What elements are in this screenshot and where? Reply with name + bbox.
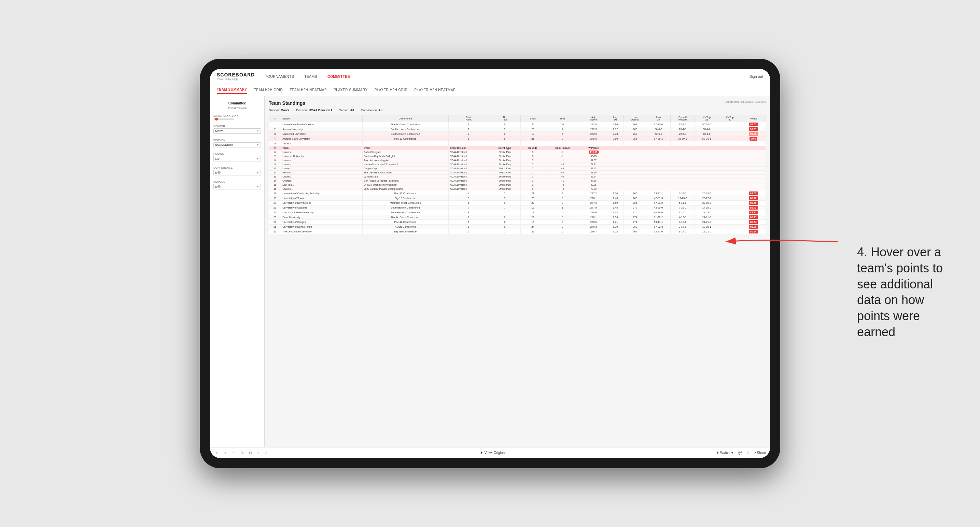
grid-button[interactable]: ⊟ xyxy=(248,450,253,455)
expanded-table-row[interactable]: 16 Univers... 2023 Sahalee Players Champ… xyxy=(269,187,766,191)
points-badge[interactable]: 83.89 xyxy=(749,225,758,229)
expanded-table-row[interactable]: 15 East Ten... OFCC Fighting Illini Invi… xyxy=(269,183,766,187)
table-row[interactable]: 5 Texas T... xyxy=(269,141,766,146)
division-filter-label: Division: NCAA Division I xyxy=(296,108,332,112)
expanded-table-row[interactable]: 9 Univers... National Invitational Tourn… xyxy=(269,162,766,167)
expanded-table-row[interactable]: 11 Univers... Copper Cup NCAA Division I… xyxy=(269,167,766,171)
chevron-down-icon: ▼ xyxy=(256,143,259,146)
school-label: School xyxy=(213,180,261,183)
points-badge[interactable]: 88.49 xyxy=(749,201,758,205)
col-school: School xyxy=(281,115,362,122)
points-badge[interactable]: 90.20 xyxy=(749,132,758,136)
undo-button[interactable]: ↩ xyxy=(214,450,220,455)
points-badge[interactable]: 88.70 xyxy=(749,196,758,200)
points-badge[interactable]: 79.5 xyxy=(749,137,757,141)
col-vs-top-50: Vs Top50 xyxy=(719,115,741,122)
conference-label: Conference xyxy=(213,166,261,169)
expanded-table-row[interactable]: 6 Univers... Cabo Collegiate NCAA Divisi… xyxy=(269,150,766,154)
more-button[interactable]: ⋯ xyxy=(231,450,237,455)
points-badge[interactable]: 88.43 xyxy=(749,206,758,210)
sub-nav: TEAM SUMMARY TEAM H2H GRID TEAM H2H HEAT… xyxy=(210,84,770,96)
table-row[interactable]: 19 University of Texas Big 12 Conference… xyxy=(269,196,766,201)
table-row[interactable]: 24 University of Oregon Pac-12 Conferenc… xyxy=(269,220,766,225)
table-row[interactable]: 20 University of New Mexico Mountain Wes… xyxy=(269,201,766,205)
tab-team-h2h-heatmap[interactable]: TEAM H2H HEATMAP xyxy=(290,86,327,94)
points-badge[interactable]: 119.69 xyxy=(589,151,598,154)
toolbar-right: 👁 Watch ▼ 💬 ⊞ ↗ Share xyxy=(716,451,766,455)
chevron-down-icon: ▼ xyxy=(256,130,259,133)
region-label: Region xyxy=(213,152,261,155)
table-row[interactable]: 4 Arizona State University Pac-12 Confer… xyxy=(269,137,766,141)
add-button[interactable]: + xyxy=(256,450,261,455)
school-dropdown[interactable]: (All) ▼ xyxy=(213,184,261,189)
main-content: Committee Portal Review Minimum Rounds G… xyxy=(210,96,770,447)
col-conf-rank: ConfRank xyxy=(448,115,489,122)
logo-text: SCOREBOARD xyxy=(217,72,255,78)
expand-button[interactable]: ⊞ xyxy=(746,451,749,455)
points-badge[interactable]: 83.07 xyxy=(749,192,758,195)
chevron-down-icon: ▼ xyxy=(256,185,259,189)
update-time: Update time: 13/03/2024 10:03:42 xyxy=(725,100,766,103)
table-row[interactable]: 23 Duke University Atlantic Coast Confer… xyxy=(269,215,766,220)
annotation-text: 4. Hover over a team's points to see add… xyxy=(857,244,953,340)
table-row[interactable]: 25 University of North Florida ASUN Conf… xyxy=(269,225,766,229)
expanded-table-row[interactable]: 12 Florida I... The Cypress Point Classi… xyxy=(269,171,766,175)
table-row[interactable]: 26 The Ohio State University Big Ten Con… xyxy=(269,229,766,234)
timer-button[interactable]: ⏱ xyxy=(263,450,269,455)
table-row[interactable]: 21 University of Alabama Southeastern Co… xyxy=(269,205,766,210)
tab-team-h2h-grid[interactable]: TEAM H2H GRID xyxy=(254,86,283,94)
tab-player-summary[interactable]: PLAYER SUMMARY xyxy=(334,86,368,94)
sign-out-button[interactable]: Sign out xyxy=(744,75,763,78)
school-section: School (All) ▼ xyxy=(213,180,261,189)
gender-dropdown[interactable]: Men's ▼ xyxy=(213,129,261,134)
division-dropdown[interactable]: NCAA Division I ▼ xyxy=(213,142,261,148)
points-badge[interactable]: 83.81 xyxy=(749,211,758,214)
logo-sub: Powered by clippi xyxy=(217,78,255,81)
expanded-table-row[interactable]: 13 Univers... Williams Cup NCAA Division… xyxy=(269,175,766,179)
nav-tournaments[interactable]: TOURNAMENTS xyxy=(265,73,294,80)
col-vs-top-record: OverallRecord xyxy=(671,115,695,122)
region-section: Region N/A ▼ xyxy=(213,152,261,162)
nav-committee[interactable]: COMMITTEE xyxy=(328,73,350,80)
expanded-table-row[interactable]: 7 Univers... University Southern Highlan… xyxy=(269,154,766,159)
region-dropdown[interactable]: N/A ▼ xyxy=(213,156,261,162)
col-bnds: Bnds xyxy=(521,115,545,122)
expanded-table-row[interactable]: 14 Georgia Ben Hogan Collegiate Invitati… xyxy=(269,179,766,183)
points-badge[interactable]: 88.71 xyxy=(749,215,758,219)
conference-section: Conference (All) ▼ xyxy=(213,166,261,175)
tablet-screen: SCOREBOARD Powered by clippi TOURNAMENTS… xyxy=(210,69,770,458)
tab-team-summary[interactable]: TEAM SUMMARY xyxy=(217,86,247,94)
col-conference: Conference xyxy=(362,115,448,122)
col-avg-sg: Avg.SG xyxy=(607,115,624,122)
nav-teams[interactable]: TEAMS xyxy=(304,73,317,80)
table-row[interactable]: 18 University of California, Berkeley Pa… xyxy=(269,191,766,196)
table-row[interactable]: 1 University of North Carolina Atlantic … xyxy=(269,122,766,127)
points-badge[interactable]: 80.94 xyxy=(749,230,758,233)
points-badge[interactable]: 97.02 xyxy=(749,122,758,126)
filter-row: Gender: Men's Division: NCAA Division I … xyxy=(269,108,766,112)
points-badge[interactable]: 88.54 xyxy=(749,220,758,224)
copy-button[interactable]: ⊞ xyxy=(239,450,245,455)
table-row[interactable]: 2 Auburn University Southeastern Confere… xyxy=(269,127,766,132)
standings-table: # School Conference ConfRank NoTour Bnds… xyxy=(269,115,766,234)
watch-button[interactable]: 👁 Watch ▼ xyxy=(716,451,734,455)
table-row[interactable]: 3 Vanderbilt University Southeastern Con… xyxy=(269,132,766,137)
division-section: Division NCAA Division I ▼ xyxy=(213,138,261,148)
expanded-table-row[interactable]: 8 Univers... Amer Ari Intercollegiate NC… xyxy=(269,159,766,162)
conference-dropdown[interactable]: (All) ▼ xyxy=(213,170,261,175)
tab-player-h2h-heatmap[interactable]: PLAYER H2H HEATMAP xyxy=(414,86,455,94)
slider-container xyxy=(213,118,261,120)
table-row[interactable]: 22 Mississippi State University Southeas… xyxy=(269,210,766,215)
portal-title: Committee xyxy=(213,102,261,105)
col-points: Points xyxy=(741,115,766,122)
share-button[interactable]: ↗ Share xyxy=(753,451,766,455)
tab-player-h2h-grid[interactable]: PLAYER H2H GRID xyxy=(375,86,408,94)
view-label[interactable]: View: Original xyxy=(485,451,506,455)
sidebar: Committee Portal Review Minimum Rounds G… xyxy=(210,96,265,447)
col-rank: # xyxy=(269,115,281,122)
slider-track[interactable] xyxy=(213,118,234,120)
feedback-button[interactable]: 💬 xyxy=(738,451,742,455)
redo-button[interactable]: ↪ xyxy=(222,450,228,455)
points-badge[interactable]: 93.31 xyxy=(749,127,758,131)
col-vs-top-25: Vs Top25 xyxy=(695,115,719,122)
